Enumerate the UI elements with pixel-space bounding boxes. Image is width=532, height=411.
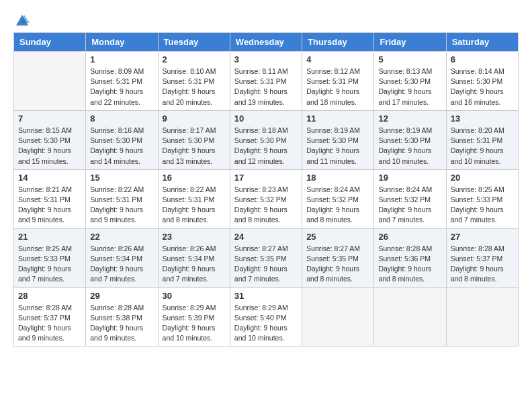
day-number: 24	[234, 232, 298, 242]
day-info: Sunrise: 8:25 AMSunset: 5:33 PMDaylight:…	[451, 185, 514, 226]
day-number: 15	[90, 173, 153, 183]
day-number: 8	[90, 113, 153, 124]
day-info: Sunrise: 8:21 AMSunset: 5:31 PMDaylight:…	[18, 185, 81, 226]
calendar-cell: 24Sunrise: 8:27 AMSunset: 5:35 PMDayligh…	[230, 228, 302, 287]
calendar-cell: 1Sunrise: 8:09 AMSunset: 5:31 PMDaylight…	[86, 52, 158, 111]
day-info: Sunrise: 8:14 AMSunset: 5:30 PMDaylight:…	[451, 66, 514, 107]
col-header-friday: Friday	[374, 33, 446, 52]
day-number: 14	[18, 173, 81, 183]
calendar-cell: 19Sunrise: 8:24 AMSunset: 5:32 PMDayligh…	[374, 169, 446, 228]
day-number: 22	[90, 232, 153, 242]
day-info: Sunrise: 8:18 AMSunset: 5:30 PMDaylight:…	[234, 126, 298, 167]
col-header-saturday: Saturday	[446, 33, 518, 52]
day-info: Sunrise: 8:16 AMSunset: 5:30 PMDaylight:…	[90, 126, 153, 167]
calendar-cell: 27Sunrise: 8:28 AMSunset: 5:37 PMDayligh…	[446, 228, 518, 287]
calendar-cell: 21Sunrise: 8:25 AMSunset: 5:33 PMDayligh…	[14, 228, 86, 287]
calendar-cell: 7Sunrise: 8:15 AMSunset: 5:30 PMDaylight…	[14, 110, 86, 169]
day-info: Sunrise: 8:22 AMSunset: 5:31 PMDaylight:…	[163, 185, 226, 226]
col-header-sunday: Sunday	[14, 33, 86, 52]
day-number: 12	[378, 113, 441, 124]
calendar-cell	[14, 52, 86, 111]
calendar-cell: 9Sunrise: 8:17 AMSunset: 5:30 PMDaylight…	[158, 110, 230, 169]
calendar-week-4: 21Sunrise: 8:25 AMSunset: 5:33 PMDayligh…	[14, 228, 519, 287]
calendar-cell: 6Sunrise: 8:14 AMSunset: 5:30 PMDaylight…	[446, 52, 518, 111]
day-info: Sunrise: 8:11 AMSunset: 5:31 PMDaylight:…	[234, 66, 298, 107]
calendar-cell: 14Sunrise: 8:21 AMSunset: 5:31 PMDayligh…	[14, 169, 86, 228]
logo	[13, 13, 30, 26]
day-info: Sunrise: 8:29 AMSunset: 5:40 PMDaylight:…	[234, 303, 298, 344]
col-header-wednesday: Wednesday	[230, 33, 302, 52]
day-number: 4	[306, 54, 369, 64]
day-number: 27	[451, 232, 514, 242]
day-info: Sunrise: 8:09 AMSunset: 5:31 PMDaylight:…	[90, 66, 153, 107]
col-header-thursday: Thursday	[302, 33, 374, 52]
day-info: Sunrise: 8:26 AMSunset: 5:34 PMDaylight:…	[163, 244, 226, 285]
day-info: Sunrise: 8:24 AMSunset: 5:32 PMDaylight:…	[378, 185, 441, 226]
day-info: Sunrise: 8:24 AMSunset: 5:32 PMDaylight:…	[306, 185, 369, 226]
calendar-week-3: 14Sunrise: 8:21 AMSunset: 5:31 PMDayligh…	[14, 169, 519, 228]
calendar-cell: 16Sunrise: 8:22 AMSunset: 5:31 PMDayligh…	[158, 169, 230, 228]
calendar-cell	[374, 287, 446, 347]
day-number: 30	[163, 291, 226, 301]
calendar-cell: 3Sunrise: 8:11 AMSunset: 5:31 PMDaylight…	[230, 52, 302, 111]
day-info: Sunrise: 8:25 AMSunset: 5:33 PMDaylight:…	[18, 244, 81, 285]
calendar-header-row: SundayMondayTuesdayWednesdayThursdayFrid…	[14, 33, 519, 52]
day-number: 5	[378, 54, 441, 64]
calendar-cell: 20Sunrise: 8:25 AMSunset: 5:33 PMDayligh…	[446, 169, 518, 228]
calendar-cell: 11Sunrise: 8:19 AMSunset: 5:30 PMDayligh…	[302, 110, 374, 169]
calendar-cell: 13Sunrise: 8:20 AMSunset: 5:31 PMDayligh…	[446, 110, 518, 169]
calendar-cell: 28Sunrise: 8:28 AMSunset: 5:37 PMDayligh…	[14, 287, 86, 347]
calendar-week-1: 1Sunrise: 8:09 AMSunset: 5:31 PMDaylight…	[14, 52, 519, 111]
calendar-cell: 25Sunrise: 8:27 AMSunset: 5:35 PMDayligh…	[302, 228, 374, 287]
day-info: Sunrise: 8:27 AMSunset: 5:35 PMDaylight:…	[234, 244, 298, 285]
calendar-cell: 2Sunrise: 8:10 AMSunset: 5:31 PMDaylight…	[158, 52, 230, 111]
calendar-cell: 18Sunrise: 8:24 AMSunset: 5:32 PMDayligh…	[302, 169, 374, 228]
day-number: 28	[18, 291, 81, 301]
day-info: Sunrise: 8:19 AMSunset: 5:30 PMDaylight:…	[378, 126, 441, 167]
calendar-week-2: 7Sunrise: 8:15 AMSunset: 5:30 PMDaylight…	[14, 110, 519, 169]
day-info: Sunrise: 8:20 AMSunset: 5:31 PMDaylight:…	[451, 126, 514, 167]
day-number: 19	[378, 173, 441, 183]
calendar-cell: 12Sunrise: 8:19 AMSunset: 5:30 PMDayligh…	[374, 110, 446, 169]
day-number: 9	[163, 113, 226, 124]
calendar-cell	[446, 287, 518, 347]
day-number: 3	[234, 54, 298, 64]
calendar-table: SundayMondayTuesdayWednesdayThursdayFrid…	[13, 32, 519, 347]
calendar-cell: 31Sunrise: 8:29 AMSunset: 5:40 PMDayligh…	[230, 287, 302, 347]
calendar-cell: 8Sunrise: 8:16 AMSunset: 5:30 PMDaylight…	[86, 110, 158, 169]
logo-icon	[15, 13, 30, 28]
calendar-cell: 17Sunrise: 8:23 AMSunset: 5:32 PMDayligh…	[230, 169, 302, 228]
day-number: 11	[306, 113, 369, 124]
day-info: Sunrise: 8:17 AMSunset: 5:30 PMDaylight:…	[163, 126, 226, 167]
day-info: Sunrise: 8:13 AMSunset: 5:30 PMDaylight:…	[378, 66, 441, 107]
day-info: Sunrise: 8:22 AMSunset: 5:31 PMDaylight:…	[90, 185, 153, 226]
day-info: Sunrise: 8:28 AMSunset: 5:38 PMDaylight:…	[90, 303, 153, 344]
calendar-cell: 4Sunrise: 8:12 AMSunset: 5:31 PMDaylight…	[302, 52, 374, 111]
calendar-cell: 29Sunrise: 8:28 AMSunset: 5:38 PMDayligh…	[86, 287, 158, 347]
day-number: 31	[234, 291, 298, 301]
calendar-cell: 22Sunrise: 8:26 AMSunset: 5:34 PMDayligh…	[86, 228, 158, 287]
day-info: Sunrise: 8:28 AMSunset: 5:37 PMDaylight:…	[18, 303, 81, 344]
day-info: Sunrise: 8:27 AMSunset: 5:35 PMDaylight:…	[306, 244, 369, 285]
day-info: Sunrise: 8:15 AMSunset: 5:30 PMDaylight:…	[18, 126, 81, 167]
day-number: 29	[90, 291, 153, 301]
day-info: Sunrise: 8:19 AMSunset: 5:30 PMDaylight:…	[306, 126, 369, 167]
calendar-cell: 26Sunrise: 8:28 AMSunset: 5:36 PMDayligh…	[374, 228, 446, 287]
day-number: 13	[451, 113, 514, 124]
day-info: Sunrise: 8:12 AMSunset: 5:31 PMDaylight:…	[306, 66, 369, 107]
calendar-week-5: 28Sunrise: 8:28 AMSunset: 5:37 PMDayligh…	[14, 287, 519, 347]
day-info: Sunrise: 8:28 AMSunset: 5:36 PMDaylight:…	[378, 244, 441, 285]
day-number: 25	[306, 232, 369, 242]
day-info: Sunrise: 8:10 AMSunset: 5:31 PMDaylight:…	[163, 66, 226, 107]
col-header-monday: Monday	[86, 33, 158, 52]
calendar-cell: 10Sunrise: 8:18 AMSunset: 5:30 PMDayligh…	[230, 110, 302, 169]
day-number: 18	[306, 173, 369, 183]
calendar-cell: 5Sunrise: 8:13 AMSunset: 5:30 PMDaylight…	[374, 52, 446, 111]
day-number: 2	[163, 54, 226, 64]
day-number: 17	[234, 173, 298, 183]
day-number: 1	[90, 54, 153, 64]
day-number: 16	[163, 173, 226, 183]
calendar-cell	[302, 287, 374, 347]
calendar-cell: 15Sunrise: 8:22 AMSunset: 5:31 PMDayligh…	[86, 169, 158, 228]
day-number: 21	[18, 232, 81, 242]
